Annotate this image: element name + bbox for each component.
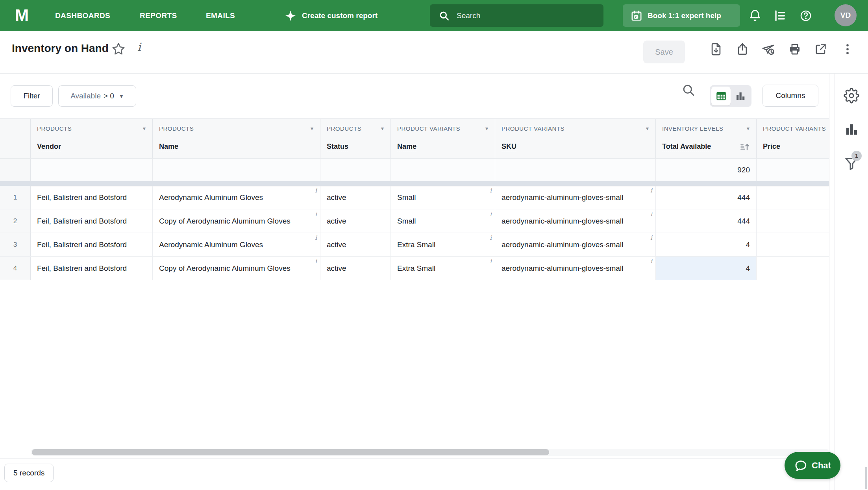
- cell-vendor[interactable]: Feil, Balistreri and Botsford: [31, 209, 153, 233]
- print-icon[interactable]: [788, 43, 801, 56]
- cell-product-name[interactable]: Copy of Aerodynamic Aluminum Glovesi: [153, 209, 320, 233]
- column-header-product-name[interactable]: PRODUCTS▼ Name: [153, 119, 320, 158]
- report-info-icon[interactable]: i: [137, 41, 141, 54]
- user-avatar[interactable]: VD: [835, 4, 857, 26]
- cell-variant-name[interactable]: Extra Smalli: [391, 233, 495, 256]
- export-download-icon[interactable]: [709, 43, 723, 56]
- nav-emails[interactable]: EMAILS: [206, 0, 235, 31]
- column-header-status[interactable]: PRODUCTS▼ Status: [320, 119, 391, 158]
- cell-product-name[interactable]: Copy of Aerodynamic Aluminum Glovesi: [153, 257, 320, 280]
- save-button[interactable]: Save: [643, 41, 685, 63]
- table-row[interactable]: 4 Feil, Balistreri and Botsford Copy of …: [0, 257, 829, 280]
- column-group-label: PRODUCTS: [327, 125, 361, 132]
- cell-variant-name[interactable]: Extra Smalli: [391, 257, 495, 280]
- cell-sku[interactable]: aerodynamic-aluminum-gloves-smalli: [495, 209, 656, 233]
- cell-price[interactable]: [757, 186, 829, 209]
- chevron-down-icon[interactable]: ▼: [380, 126, 385, 131]
- quick-filter-dropdown[interactable]: Available > 0 ▼: [58, 85, 136, 107]
- cell-total-available[interactable]: 4: [656, 233, 757, 256]
- sort-ascending-icon[interactable]: [740, 142, 750, 152]
- column-header-price[interactable]: PRODUCT VARIANTS Price: [757, 119, 829, 158]
- cell-price[interactable]: [757, 209, 829, 233]
- help-question-icon[interactable]: [800, 0, 812, 31]
- info-icon[interactable]: i: [650, 234, 652, 241]
- info-icon[interactable]: i: [490, 187, 492, 194]
- metorik-logo[interactable]: M: [15, 6, 28, 25]
- summary-cell: [0, 159, 31, 181]
- cell-price[interactable]: [757, 233, 829, 256]
- info-icon[interactable]: i: [490, 211, 492, 218]
- cell-status[interactable]: active: [320, 186, 391, 209]
- nav-reports[interactable]: REPORTS: [140, 0, 177, 31]
- book-expert-help-button[interactable]: Book 1:1 expert help: [623, 4, 740, 27]
- columns-button[interactable]: Columns: [763, 85, 818, 107]
- records-count-button[interactable]: 5 records: [4, 464, 54, 482]
- cell-sku[interactable]: aerodynamic-aluminum-gloves-smalli: [495, 186, 656, 209]
- cell-variant-name[interactable]: Smalli: [391, 209, 495, 233]
- global-search-box[interactable]: [430, 4, 603, 27]
- cell-vendor[interactable]: Feil, Balistreri and Botsford: [31, 257, 153, 280]
- info-icon[interactable]: i: [315, 234, 317, 241]
- info-icon[interactable]: i: [490, 258, 492, 265]
- more-options-kebab-icon[interactable]: [841, 43, 854, 56]
- nav-dashboards[interactable]: DASHBOARDS: [55, 0, 110, 31]
- table-search-icon[interactable]: [681, 83, 696, 97]
- chevron-down-icon[interactable]: ▼: [746, 126, 751, 131]
- column-header-vendor[interactable]: PRODUCTS▼ Vendor: [31, 119, 153, 158]
- cell-product-name[interactable]: Aerodynamic Aluminum Glovesi: [153, 186, 320, 209]
- cell-product-name[interactable]: Aerodynamic Aluminum Glovesi: [153, 233, 320, 256]
- data-table: PRODUCTS▼ Vendor PRODUCTS▼ Name PRODUCTS…: [0, 118, 829, 459]
- cell-vendor[interactable]: Feil, Balistreri and Botsford: [31, 233, 153, 256]
- open-external-icon[interactable]: [814, 43, 827, 56]
- search-input[interactable]: [456, 11, 587, 20]
- chat-button[interactable]: Chat: [785, 452, 840, 479]
- table-view-toggle[interactable]: [711, 87, 731, 105]
- cell-vendor[interactable]: Feil, Balistreri and Botsford: [31, 186, 153, 209]
- create-report-label: Create custom report: [302, 11, 378, 20]
- cell-status[interactable]: active: [320, 257, 391, 280]
- row-number: 3: [0, 233, 31, 256]
- table-row[interactable]: 1 Feil, Balistreri and Botsford Aerodyna…: [0, 186, 829, 209]
- cell-text: Aerodynamic Aluminum Gloves: [159, 193, 263, 202]
- info-icon[interactable]: i: [315, 258, 317, 265]
- column-header-total-available[interactable]: INVENTORY LEVELS▼ Total Available: [656, 119, 757, 158]
- cell-total-available[interactable]: 444: [656, 186, 757, 209]
- favorite-star-icon[interactable]: [111, 42, 126, 56]
- cell-sku[interactable]: aerodynamic-aluminum-gloves-smalli: [495, 257, 656, 280]
- info-icon[interactable]: i: [650, 187, 652, 194]
- filter-button[interactable]: Filter: [11, 85, 53, 107]
- table-row[interactable]: 2 Feil, Balistreri and Botsford Copy of …: [0, 209, 829, 233]
- column-header-sku[interactable]: PRODUCT VARIANTS▼ SKU: [495, 119, 656, 158]
- settings-gear-icon[interactable]: [844, 88, 859, 104]
- share-icon[interactable]: [736, 43, 749, 56]
- cell-status[interactable]: active: [320, 233, 391, 256]
- chevron-down-icon[interactable]: ▼: [142, 126, 147, 131]
- horizontal-scrollbar-thumb[interactable]: [32, 449, 549, 455]
- info-icon[interactable]: i: [315, 187, 317, 194]
- cell-sku[interactable]: aerodynamic-aluminum-gloves-smalli: [495, 233, 656, 256]
- column-field-label: SKU: [502, 142, 516, 152]
- cell-total-available-selected[interactable]: 4: [656, 257, 757, 280]
- chart-panel-icon[interactable]: [844, 122, 859, 137]
- chevron-down-icon[interactable]: ▼: [310, 126, 315, 131]
- cell-price[interactable]: [757, 257, 829, 280]
- info-icon[interactable]: i: [315, 211, 317, 218]
- info-icon[interactable]: i: [650, 211, 652, 218]
- cell-status[interactable]: active: [320, 209, 391, 233]
- column-group-label: PRODUCT VARIANTS: [397, 125, 460, 132]
- create-custom-report-button[interactable]: Create custom report: [285, 0, 378, 31]
- cell-text: Aerodynamic Aluminum Gloves: [159, 240, 263, 249]
- cell-total-available[interactable]: 444: [656, 209, 757, 233]
- vertical-scrollbar-thumb[interactable]: [865, 467, 867, 489]
- send-schedule-icon[interactable]: [761, 43, 776, 56]
- table-row[interactable]: 3 Feil, Balistreri and Botsford Aerodyna…: [0, 233, 829, 257]
- cell-variant-name[interactable]: Smalli: [391, 186, 495, 209]
- changelog-list-icon[interactable]: [773, 0, 787, 31]
- chevron-down-icon[interactable]: ▼: [645, 126, 650, 131]
- chart-view-toggle[interactable]: [731, 90, 750, 102]
- info-icon[interactable]: i: [650, 258, 652, 265]
- notifications-bell-icon[interactable]: [748, 0, 762, 31]
- info-icon[interactable]: i: [490, 234, 492, 241]
- chevron-down-icon[interactable]: ▼: [485, 126, 489, 131]
- column-header-variant-name[interactable]: PRODUCT VARIANTS▼ Name: [391, 119, 495, 158]
